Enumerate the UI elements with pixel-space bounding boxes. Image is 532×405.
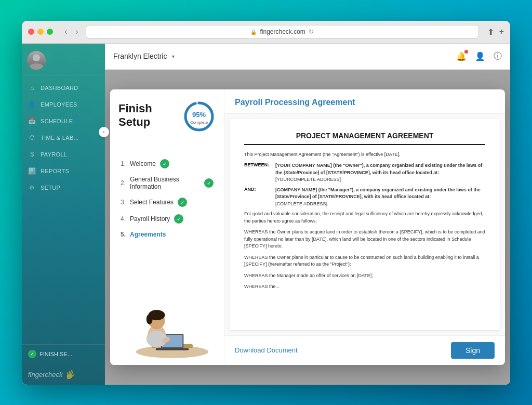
sidebar-item-label: TIME & LAB... — [41, 135, 79, 141]
step-4-check: ✓ — [174, 214, 183, 224]
sidebar-footer: ✓ FINISH SE... — [22, 344, 105, 363]
schedule-icon: 📅 — [28, 117, 36, 125]
browser-action-buttons: ⬆ + — [487, 27, 504, 37]
doc-between-label: BETWEEN: — [244, 162, 270, 184]
progress-percent: 95% — [190, 110, 208, 118]
brand-area: fingercheck 🖐 — [22, 363, 105, 385]
doc-and-row: AND: [COMPANY NAME] (the "Manager"), a c… — [244, 187, 485, 208]
dashboard-icon: ⌂ — [28, 84, 36, 92]
check-circle-icon: ✓ — [28, 350, 36, 358]
minimize-window-button[interactable] — [37, 29, 44, 35]
setup-steps: 1. Welcome ✓ 2. General Business Informa… — [118, 156, 216, 241]
close-window-button[interactable] — [28, 29, 34, 35]
browser-toolbar: ‹ › 🔒 fingercheck.com ↻ ⬆ + — [22, 21, 510, 44]
download-document-link[interactable]: Download Document — [235, 346, 298, 354]
employees-icon: 👤 — [28, 100, 36, 109]
fingercheck-logo: fingercheck 🖐 — [28, 370, 99, 380]
sign-button[interactable]: Sign — [451, 342, 495, 359]
doc-para3: WHEREAS the Owner plans in particular to… — [244, 254, 485, 268]
sidebar-header — [22, 44, 105, 75]
person-illustration — [110, 282, 224, 365]
doc-and-value: [COMPANY NAME] (the "Manager"), a compan… — [275, 187, 485, 201]
brand-icon: 🖐 — [64, 370, 75, 380]
modal-left-panel: Finish Setup — [110, 89, 224, 365]
step-2-label: General Business Information — [130, 176, 200, 190]
step-4-label: Payroll History — [130, 215, 170, 223]
sidebar-item-label: SETUP — [41, 185, 60, 191]
browser-navigation: ‹ › — [61, 26, 82, 37]
doc-para2: WHEREAS the Owner plans to acquire land … — [244, 229, 485, 250]
modal-right-panel: Payroll Processing Agreement PROJECT MAN… — [224, 89, 505, 365]
help-icon[interactable]: ⓘ — [494, 51, 502, 62]
modal-header: Payroll Processing Agreement — [224, 89, 505, 114]
modal-overlay: Finish Setup — [105, 70, 510, 385]
sidebar-item-setup[interactable]: ⚙ SETUP — [22, 179, 105, 196]
finish-setup-title: Finish Setup — [118, 102, 152, 129]
sidebar-item-label: EMPLOYEES — [41, 101, 77, 108]
doc-between-address: [YOURCOMPLETE ADDRESS] — [275, 176, 485, 184]
browser-window-controls — [28, 29, 53, 35]
step-3[interactable]: 3. Select Features ✓ — [118, 194, 216, 210]
sidebar-item-reports[interactable]: 📊 REPORTS — [22, 163, 105, 179]
reload-icon[interactable]: ↻ — [309, 28, 314, 35]
step-4[interactable]: 4. Payroll History ✓ — [118, 211, 216, 227]
modal-title: Payroll Processing Agreement — [235, 98, 355, 107]
content-area: Franklyn Electric ▾ 🔔 👤 ⓘ — [105, 44, 510, 385]
progress-label: Complete — [190, 120, 208, 124]
doc-and-label: AND: — [244, 187, 270, 208]
notification-badge — [464, 50, 468, 54]
step-2-number: 2. — [121, 179, 126, 187]
modal-footer: Download Document Sign — [224, 335, 505, 365]
step-5-label: Agreements — [130, 231, 166, 238]
sidebar-item-employees[interactable]: 👤 EMPLOYEES — [22, 96, 105, 113]
brand-name: fingercheck — [28, 371, 62, 378]
sidebar-item-time[interactable]: ⏱ TIME & LAB... — [22, 129, 105, 146]
step-2[interactable]: 2. General Business Information ✓ — [118, 173, 216, 193]
svg-point-10 — [147, 314, 153, 324]
sidebar-item-dashboard[interactable]: ⌂ DASHBOARD — [22, 80, 105, 96]
sidebar-collapse-button[interactable]: ‹ — [99, 127, 109, 137]
progress-text: 95% Complete — [190, 110, 208, 124]
payroll-icon: $ — [28, 150, 36, 159]
sidebar-item-label: SCHEDULE — [41, 118, 73, 124]
step-4-number: 4. — [121, 215, 126, 223]
setup-icon: ⚙ — [28, 184, 36, 192]
step-1-check: ✓ — [160, 159, 169, 168]
step-1[interactable]: 1. Welcome ✓ — [118, 156, 216, 172]
new-tab-button[interactable]: + — [499, 27, 504, 37]
top-bar: Franklyn Electric ▾ 🔔 👤 ⓘ — [105, 44, 510, 70]
sidebar-item-label: REPORTS — [41, 168, 69, 174]
svg-rect-6 — [156, 348, 189, 350]
company-name: Franklyn Electric — [113, 52, 167, 60]
sidebar: ‹ ⌂ DASHBOARD 👤 EMPLOYEES 📅 SCHEDULE ⏱ T… — [22, 44, 105, 385]
time-icon: ⏱ — [28, 134, 36, 142]
step-3-label: Select Features — [130, 199, 174, 206]
reports-icon: 📊 — [28, 167, 36, 175]
lock-icon: 🔒 — [250, 29, 257, 35]
sidebar-item-payroll[interactable]: $ PAYROLL — [22, 146, 105, 163]
profile-icon[interactable]: 👤 — [475, 51, 485, 61]
url-bar[interactable]: 🔒 fingercheck.com ↻ — [86, 25, 479, 38]
maximize-window-button[interactable] — [47, 29, 53, 35]
company-dropdown-arrow[interactable]: ▾ — [172, 54, 175, 59]
notifications-icon[interactable]: 🔔 — [456, 51, 467, 61]
back-button[interactable]: ‹ — [61, 26, 70, 37]
share-button[interactable]: ⬆ — [487, 27, 494, 37]
document-paper: PROJECT MANAGEMENT AGREEMENT This Projec… — [230, 119, 500, 330]
step-2-check: ✓ — [204, 178, 214, 188]
doc-and-address: [COMPLETE ADDRESS] — [275, 201, 485, 208]
document-heading: PROJECT MANAGEMENT AGREEMENT — [244, 132, 485, 145]
top-bar-icons: 🔔 👤 ⓘ — [456, 51, 502, 62]
sidebar-item-schedule[interactable]: 📅 SCHEDULE — [22, 113, 105, 129]
main-content: Finish Setup — [105, 70, 510, 385]
forward-button[interactable]: › — [72, 26, 81, 37]
step-5[interactable]: 5. Agreements — [118, 228, 216, 241]
person-svg — [110, 282, 224, 365]
finish-setup-sidebar-button[interactable]: ✓ FINISH SE... — [28, 350, 72, 358]
doc-para5: WHEREAS the... — [244, 283, 485, 291]
app-container: ‹ ⌂ DASHBOARD 👤 EMPLOYEES 📅 SCHEDULE ⏱ T… — [22, 44, 510, 385]
step-3-number: 3. — [121, 199, 126, 206]
url-text: fingercheck.com — [260, 28, 305, 35]
doc-between-value: [YOUR COMPANY NAME] (the "Owner"), a com… — [275, 162, 485, 176]
sidebar-nav: ⌂ DASHBOARD 👤 EMPLOYEES 📅 SCHEDULE ⏱ TIM… — [22, 75, 105, 344]
